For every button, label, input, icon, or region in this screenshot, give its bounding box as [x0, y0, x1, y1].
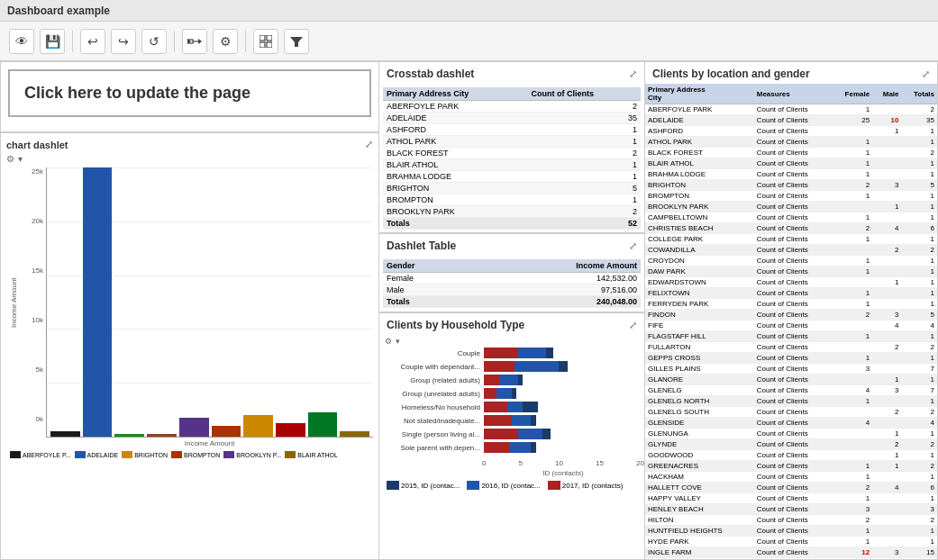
- location-row: GLENELG NORTH Count of Clients 1 1: [645, 396, 937, 407]
- location-row: ASHFORD Count of Clients 1 1: [645, 126, 937, 137]
- svg-rect-4: [260, 35, 265, 41]
- location-row: ADELAIDE Count of Clients 25 10 35: [645, 115, 937, 126]
- redo-button[interactable]: ↪: [111, 29, 136, 54]
- chart-settings-icon[interactable]: ⚙: [6, 154, 14, 164]
- expand-location-icon[interactable]: ⤢: [922, 68, 930, 80]
- location-row: HUNTFIELD HEIGHTS Count of Clients 1 1: [645, 526, 937, 537]
- crosstab-row: ASHFORD1: [383, 124, 641, 136]
- x-axis-label: Income Amount: [46, 439, 373, 447]
- household-legend: 2015, ID (contac... 2016, ID (contac... …: [387, 481, 644, 490]
- location-title: Clients by location and gender: [652, 68, 810, 80]
- undo-button[interactable]: ↩: [80, 29, 105, 54]
- bar-blairathol: [212, 426, 241, 437]
- eye-button[interactable]: 👁: [9, 29, 34, 54]
- bar-athol: [147, 434, 177, 437]
- save-button[interactable]: 💾: [40, 29, 65, 54]
- loc-col-male: Male: [872, 84, 901, 104]
- legend-color-adelaide: [75, 451, 86, 458]
- crosstab-title: Crosstab dashlet: [387, 68, 474, 80]
- app-title: Dashboard example: [7, 5, 110, 17]
- crosstab-dashlet: Crosstab dashlet ⤢ Primary Address City …: [378, 61, 644, 233]
- income-table: Gender Income Amount Female142,532.00Mal…: [383, 259, 641, 308]
- location-row: GLENSIDE Count of Clients 4 4: [645, 418, 937, 429]
- legend-color-2016: [467, 481, 479, 490]
- grid-button[interactable]: [253, 29, 278, 54]
- location-table-scroll[interactable]: Primary AddressCity Measures Female Male…: [645, 84, 937, 559]
- crosstab-row: ATHOL PARK1: [383, 136, 641, 148]
- hbar-row: Group (related adults): [385, 375, 639, 385]
- bar-blackforest: [179, 418, 209, 437]
- hbar-row: Sole parent with depen...: [385, 442, 639, 453]
- bar-adelaide: [83, 167, 113, 437]
- location-row: FULLARTON Count of Clients 2 2: [645, 342, 937, 353]
- legend-color-brooklyn: [223, 451, 234, 458]
- app-header: Dashboard example: [0, 0, 938, 22]
- hbar-row: Couple with dependant...: [385, 361, 639, 372]
- legend-color-2017: [548, 481, 560, 490]
- hbar-row: Couple: [385, 348, 639, 358]
- legend-adelaide: ADELAIDE: [75, 451, 119, 458]
- hbar-row: Not stated/inadequate...: [385, 415, 639, 426]
- expand-crosstab-icon[interactable]: ⤢: [629, 68, 637, 80]
- bar-aberfoyle: [50, 431, 80, 437]
- update-page-button[interactable]: Click here to update the page: [8, 69, 371, 117]
- svg-marker-8: [290, 37, 303, 47]
- y-label-20k: 20k: [21, 217, 46, 225]
- crosstab-row: ADELAIDE35: [383, 113, 641, 124]
- expand-chart-icon[interactable]: ⤢: [365, 139, 373, 150]
- household-bar-chart: CoupleCouple with dependant...Group (rel…: [379, 348, 644, 459]
- location-header: Clients by location and gender ⤢: [645, 62, 937, 84]
- legend-brighton: BRIGHTON: [122, 451, 168, 458]
- col-count: Count of Clients: [528, 87, 641, 101]
- share-button[interactable]: [182, 29, 207, 54]
- middle-column: Crosstab dashlet ⤢ Primary Address City …: [378, 61, 644, 560]
- dashlet-table-panel: Dashlet Table ⤢ Gender Income Amount Fem…: [378, 233, 644, 312]
- right-column: Clients by location and gender ⤢ Primary…: [644, 61, 938, 560]
- history-button[interactable]: ↺: [141, 29, 167, 54]
- hbar-row: Single (person living al...: [385, 429, 639, 439]
- loc-col-city: Primary AddressCity: [645, 84, 754, 104]
- legend-2017: 2017, ID (contacts): [548, 481, 624, 490]
- crosstab-row: BRIGHTON5: [383, 183, 641, 194]
- legend-2016: 2016, ID (contac...: [467, 481, 540, 490]
- income-totals-label: Totals: [383, 296, 471, 308]
- y-label-15k: 15k: [21, 266, 46, 275]
- location-row: GOODWOOD Count of Clients 1 1: [645, 450, 937, 461]
- settings-gear-button[interactable]: ⚙: [213, 29, 238, 54]
- location-row: EDWARDSTOWN Count of Clients 1 1: [645, 277, 937, 288]
- location-row: GREENACRES Count of Clients 1 1 2: [645, 461, 937, 472]
- hbar-x-label: ID (contacts): [482, 469, 644, 477]
- location-row: CHRISTIES BEACH Count of Clients 2 4 6: [645, 223, 937, 234]
- legend-aberfoyle: ABERFOYLE P...: [10, 451, 71, 458]
- filter-button[interactable]: [284, 29, 309, 54]
- col-city: Primary Address City: [383, 87, 528, 101]
- location-row: GLENELG SOUTH Count of Clients 2 2: [645, 407, 937, 418]
- svg-rect-6: [260, 42, 265, 48]
- dashlet-table-header: Dashlet Table ⤢: [379, 234, 644, 256]
- bar-brighton: [276, 423, 305, 437]
- household-title: Clients by Household Type: [387, 319, 524, 331]
- location-row: BLAIR ATHOL Count of Clients 1 1: [645, 158, 937, 169]
- location-row: GLANORE Count of Clients 1 1: [645, 375, 937, 385]
- y-label-25k: 25k: [21, 167, 46, 176]
- loc-col-female: Female: [831, 84, 872, 104]
- dashlet-table-row: Female142,532.00: [383, 273, 641, 285]
- location-row: COLLEGE PARK Count of Clients 1 1: [645, 234, 937, 245]
- location-row: ABERFOYLE PARK Count of Clients 1 2: [645, 104, 937, 115]
- location-table: Primary AddressCity Measures Female Male…: [645, 84, 937, 559]
- household-dashlet: Clients by Household Type ⤢ ⚙ ▾ CoupleCo…: [378, 312, 644, 560]
- legend-blairathol: BLAIR ATHOL: [285, 451, 338, 458]
- expand-dashlet-table-icon[interactable]: ⤢: [629, 240, 637, 252]
- location-row: HALLETT COVE Count of Clients 2 4 6: [645, 483, 937, 493]
- location-row: GLENUNGA Count of Clients 1 1: [645, 429, 937, 439]
- y-label-5k: 5k: [21, 366, 46, 374]
- location-row: BRIGHTON Count of Clients 2 3 5: [645, 180, 937, 191]
- household-filter-icon[interactable]: ▾: [396, 337, 400, 346]
- expand-household-icon[interactable]: ⤢: [629, 320, 637, 331]
- chart-filter-icon[interactable]: ▾: [18, 154, 23, 164]
- household-settings-icon[interactable]: ⚙: [385, 337, 392, 346]
- totals-value: 52: [528, 218, 641, 230]
- household-header: Clients by Household Type ⤢: [379, 313, 644, 335]
- location-row: CAMPBELLTOWN Count of Clients 1 1: [645, 212, 937, 223]
- income-totals-value: 240,048.00: [471, 296, 641, 308]
